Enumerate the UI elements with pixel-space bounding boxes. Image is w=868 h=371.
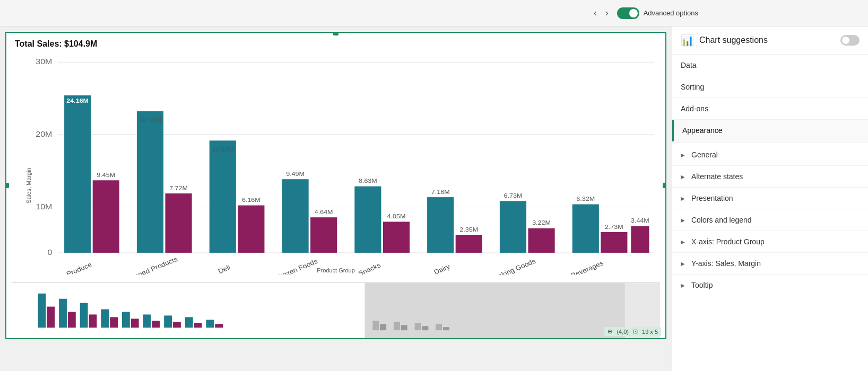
panel-toggle[interactable] (840, 35, 860, 46)
svg-text:2.73M: 2.73M (605, 223, 623, 230)
svg-rect-70 (380, 324, 386, 330)
svg-text:Dairy: Dairy (432, 262, 452, 275)
svg-text:Frozen Foods: Frozen Foods (275, 257, 319, 275)
svg-text:3.44M: 3.44M (631, 217, 649, 224)
prev-button[interactable]: ‹ (589, 5, 601, 21)
chevron-icon-general: ▶ (681, 152, 685, 158)
svg-rect-22 (310, 217, 337, 253)
svg-text:7.72M: 7.72M (169, 184, 188, 191)
nav-item-appearance[interactable]: Appearance (672, 120, 868, 142)
svg-rect-26 (383, 222, 410, 253)
svg-text:Canned Products: Canned Products (125, 255, 179, 275)
svg-text:3.22M: 3.22M (532, 219, 551, 226)
handle-left[interactable] (5, 183, 9, 188)
chart-area: Total Sales: $104.9M Sales, Margin 30M 2… (0, 26, 672, 371)
panel-header: 📊 Chart suggestions (672, 26, 868, 55)
nav-item-tooltip[interactable]: ▶ Tooltip (672, 275, 868, 296)
svg-text:Produce: Produce (65, 261, 93, 275)
handle-right[interactable] (663, 183, 666, 188)
svg-text:Snacks: Snacks (357, 261, 383, 275)
sorting-label: Sorting (681, 83, 704, 91)
svg-text:8.63M: 8.63M (359, 178, 377, 184)
x-axis-label: Product Group (317, 267, 355, 273)
toolbar: ‹ › Advanced options (0, 0, 868, 26)
svg-text:9.49M: 9.49M (286, 171, 305, 178)
mini-chart (12, 282, 660, 338)
chart-suggestions-icon: 📊 (681, 34, 694, 47)
nav-item-alternate-states[interactable]: ▶ Alternate states (672, 166, 868, 188)
panel-header-left: 📊 Chart suggestions (681, 34, 768, 47)
svg-text:6.16M: 6.16M (242, 197, 261, 204)
svg-rect-10 (93, 180, 119, 253)
svg-rect-40 (631, 226, 649, 253)
svg-text:6.32M: 6.32M (576, 196, 595, 202)
svg-rect-38 (601, 232, 627, 253)
chevron-icon-presentation: ▶ (681, 196, 685, 201)
presentation-label: Presentation (691, 194, 733, 202)
chevron-icon-y-axis: ▶ (681, 261, 685, 267)
svg-rect-20 (282, 179, 309, 253)
toggle-switch[interactable] (617, 7, 639, 19)
nav-item-x-axis[interactable]: ▶ X-axis: Product Group (672, 231, 868, 253)
svg-rect-75 (436, 324, 442, 330)
svg-text:9.45M: 9.45M (97, 172, 115, 179)
section-divider (672, 143, 868, 143)
svg-rect-16 (210, 140, 236, 253)
colors-legend-label: Colors and legend (691, 216, 752, 224)
status-size: 19 x 5 (642, 329, 658, 335)
svg-text:20M: 20M (36, 130, 52, 138)
data-label: Data (681, 61, 697, 69)
appearance-label: Appearance (682, 126, 723, 135)
svg-text:4.05M: 4.05M (387, 213, 406, 220)
svg-rect-34 (528, 228, 554, 253)
svg-rect-32 (500, 201, 526, 253)
chart-title: Total Sales: $104.9M (15, 39, 97, 49)
svg-rect-71 (394, 322, 400, 330)
advanced-options-toggle[interactable]: Advanced options (617, 7, 698, 19)
chevron-icon-x-axis: ▶ (681, 239, 685, 245)
chevron-icon-tooltip: ▶ (681, 282, 685, 288)
svg-text:14.63M: 14.63M (212, 146, 234, 153)
nav-item-colors-legend[interactable]: ▶ Colors and legend (672, 209, 868, 231)
svg-text:7.18M: 7.18M (431, 189, 450, 196)
main-layout: Total Sales: $104.9M Sales, Margin 30M 2… (0, 26, 868, 371)
nav-item-presentation[interactable]: ▶ Presentation (672, 188, 868, 209)
status-target-icon: ⊕ (607, 328, 612, 335)
status-resize-icon: ⊡ (633, 328, 638, 335)
x-axis-label-nav: X-axis: Product Group (691, 237, 765, 246)
svg-text:4.64M: 4.64M (315, 209, 333, 216)
svg-text:0: 0 (47, 248, 52, 257)
svg-rect-69 (372, 321, 379, 330)
chevron-icon-alternate-states: ▶ (681, 174, 685, 180)
next-button[interactable]: › (601, 5, 613, 21)
right-panel: 📊 Chart suggestions Data Sorting Add-ons… (672, 26, 868, 371)
svg-text:Deli: Deli (217, 263, 232, 275)
svg-text:24.16M: 24.16M (66, 98, 89, 104)
svg-text:Baking Goods: Baking Goods (492, 257, 537, 275)
nav-item-addons[interactable]: Add-ons (672, 98, 868, 120)
nav-item-y-axis[interactable]: ▶ Y-axis: Sales, Margin (672, 253, 868, 275)
svg-rect-76 (443, 327, 449, 330)
general-label: General (691, 151, 718, 159)
status-bar: ⊕ (4,0) ⊡ 19 x 5 (604, 327, 661, 336)
handle-top[interactable] (333, 32, 338, 36)
svg-text:6.73M: 6.73M (504, 192, 523, 199)
nav-item-general[interactable]: ▶ General (672, 144, 868, 166)
svg-text:2.35M: 2.35M (459, 226, 478, 233)
svg-rect-28 (427, 197, 454, 253)
svg-text:10M: 10M (36, 202, 52, 210)
svg-rect-8 (64, 95, 91, 253)
svg-rect-72 (401, 325, 407, 330)
chart-container[interactable]: Total Sales: $104.9M Sales, Margin 30M 2… (5, 32, 666, 339)
svg-text:Beverages: Beverages (570, 259, 605, 275)
addons-label: Add-ons (681, 104, 708, 113)
chart-svg: 30M 20M 10M 0 24.16M 9.45M 20.52M 7.72M (25, 57, 660, 275)
chevron-icon-colors: ▶ (681, 217, 685, 223)
nav-item-sorting[interactable]: Sorting (672, 76, 868, 98)
svg-rect-30 (456, 235, 482, 253)
svg-rect-73 (415, 323, 421, 330)
svg-rect-36 (572, 204, 599, 252)
svg-rect-14 (165, 193, 192, 253)
nav-item-data[interactable]: Data (672, 55, 868, 76)
alternate-states-label: Alternate states (691, 172, 743, 181)
